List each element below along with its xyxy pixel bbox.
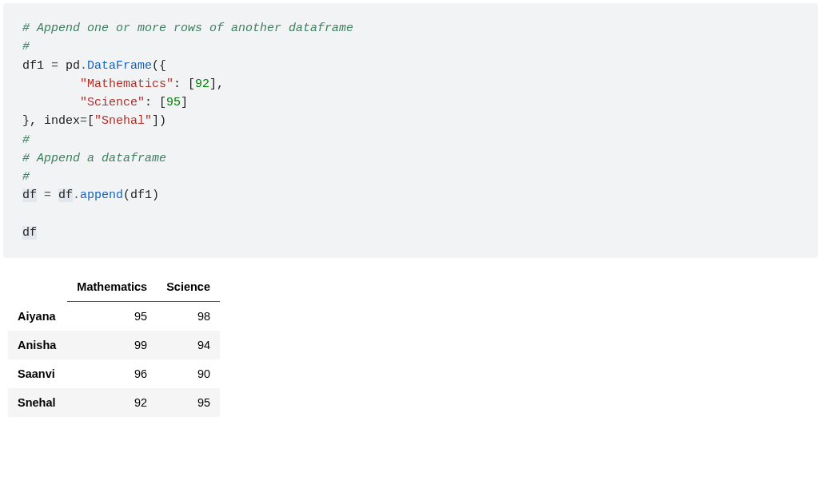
code-token: pd bbox=[58, 59, 80, 73]
code-token: = bbox=[51, 59, 58, 73]
code-token: ]) bbox=[152, 114, 166, 128]
table-cell: 95 bbox=[157, 388, 220, 417]
table-cell: 98 bbox=[157, 302, 220, 331]
row-index: Saanvi bbox=[8, 359, 67, 388]
code-token bbox=[51, 189, 58, 202]
code-string: "Science" bbox=[80, 96, 145, 109]
column-header: Science bbox=[157, 272, 220, 302]
code-token: ], bbox=[209, 77, 224, 91]
table-cell: 92 bbox=[67, 388, 157, 417]
table-cell: 95 bbox=[67, 302, 157, 331]
row-index: Aiyana bbox=[8, 302, 67, 331]
code-comment: # Append a dataframe bbox=[22, 152, 166, 165]
table-cell: 96 bbox=[67, 359, 157, 388]
code-number: 92 bbox=[195, 77, 209, 91]
column-header: Mathematics bbox=[67, 272, 157, 302]
code-token: ] bbox=[181, 96, 188, 109]
code-indent bbox=[22, 96, 80, 109]
table-cell: 94 bbox=[157, 331, 220, 359]
code-token: append bbox=[80, 189, 123, 202]
code-token: ({ bbox=[152, 59, 166, 73]
code-comment: # bbox=[22, 170, 30, 184]
code-token: [ bbox=[87, 114, 94, 128]
code-indent bbox=[22, 77, 80, 91]
code-token: . bbox=[80, 59, 87, 73]
code-string: "Mathematics" bbox=[80, 77, 173, 91]
table-cell: 90 bbox=[157, 359, 220, 388]
code-comment: # bbox=[22, 133, 30, 147]
output-dataframe: Mathematics Science Aiyana 95 98 Anisha … bbox=[8, 272, 220, 417]
code-token: = bbox=[80, 114, 87, 128]
code-token bbox=[37, 189, 44, 202]
code-comment: # Append one or more rows of another dat… bbox=[22, 22, 353, 35]
code-token: DataFrame bbox=[87, 59, 152, 73]
table-header-row: Mathematics Science bbox=[8, 272, 220, 302]
code-token: df bbox=[58, 189, 73, 202]
code-token: }, index bbox=[22, 114, 80, 128]
row-index: Snehal bbox=[8, 388, 67, 417]
code-cell: # Append one or more rows of another dat… bbox=[3, 3, 818, 258]
table-row: Anisha 99 94 bbox=[8, 331, 220, 359]
code-token: = bbox=[44, 189, 51, 202]
code-token: df1 bbox=[22, 59, 51, 73]
code-token: df bbox=[22, 189, 37, 202]
table-row: Snehal 92 95 bbox=[8, 388, 220, 417]
table-corner bbox=[8, 272, 67, 302]
code-string: "Snehal" bbox=[94, 114, 152, 128]
code-token: df bbox=[22, 226, 37, 240]
row-index: Anisha bbox=[8, 331, 67, 359]
code-token: : [ bbox=[173, 77, 195, 91]
table-row: Aiyana 95 98 bbox=[8, 302, 220, 331]
code-token: (df1) bbox=[123, 189, 159, 202]
table-cell: 99 bbox=[67, 331, 157, 359]
code-token: . bbox=[73, 189, 80, 202]
code-number: 95 bbox=[166, 96, 181, 109]
table-row: Saanvi 96 90 bbox=[8, 359, 220, 388]
code-token: : [ bbox=[145, 96, 166, 109]
code-comment: # bbox=[22, 40, 30, 54]
